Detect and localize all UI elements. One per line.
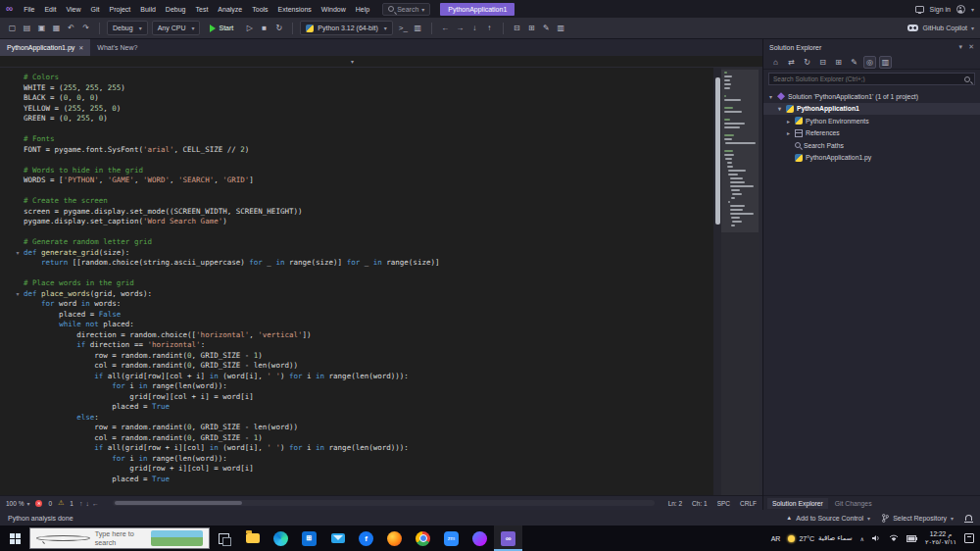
menu-tools[interactable]: Tools (247, 4, 272, 15)
terminal-icon[interactable]: >_ (397, 22, 410, 35)
home-icon[interactable]: ⌂ (769, 56, 782, 69)
step-out-icon[interactable]: ↑ (483, 22, 496, 35)
spaces-indicator[interactable]: SPC (717, 500, 730, 507)
chevron-down-icon[interactable]: ▾ (351, 58, 354, 65)
platform-dropdown[interactable]: Any CPU ▾ (152, 21, 201, 35)
menu-analyze[interactable]: Analyze (213, 4, 247, 15)
code-line[interactable]: col = random.randint(0, GRID_SIZE - 1) (12, 433, 713, 444)
new-file-icon[interactable]: ▢ (6, 22, 19, 35)
code-line[interactable]: direction = random.choice(['horizontal',… (12, 330, 713, 341)
warning-icon[interactable]: ⚠ (58, 499, 64, 507)
undo-icon[interactable]: ↶ (65, 22, 77, 35)
expander-icon[interactable]: ▾ (767, 93, 774, 100)
tool-tab-solution-explorer[interactable]: Solution Explorer (767, 498, 828, 509)
error-icon[interactable]: ✕ (35, 500, 42, 507)
solution-search-box[interactable] (768, 73, 975, 85)
speaker-icon[interactable] (872, 534, 881, 542)
taskbar-app-edge[interactable] (267, 526, 295, 551)
window-position-icon[interactable]: ▾ (959, 43, 963, 51)
open-file-icon[interactable]: ▤ (21, 22, 33, 35)
refresh-icon[interactable]: ↻ (801, 56, 813, 69)
action-center-icon[interactable] (964, 533, 974, 543)
properties-icon[interactable]: ✎ (848, 56, 860, 69)
code-line[interactable]: if all(grid[row][col + i] in (word[i], '… (12, 372, 713, 382)
taskbar-app-zoom[interactable]: zm (437, 526, 466, 551)
properties-icon[interactable]: ✎ (540, 22, 553, 35)
collapse-icon[interactable]: ⊟ (816, 56, 829, 69)
code-line[interactable]: grid[row][col + i] = word[i] (12, 392, 713, 403)
tree-item-pythonapplication1-py[interactable]: PythonApplication1.py (763, 152, 980, 165)
code-line[interactable]: pygame.display.set_caption('Word Search … (12, 217, 713, 227)
step-over-icon[interactable]: → (454, 22, 466, 35)
save-icon[interactable]: ▣ (35, 22, 48, 35)
notifications-bell-icon[interactable] (965, 515, 972, 521)
vertical-scrollbar[interactable] (713, 68, 721, 495)
column-indicator[interactable]: Ch: 1 (692, 500, 708, 507)
taskbar-app-visual-studio[interactable]: ∞ (494, 526, 522, 551)
save-all-icon[interactable]: ▦ (50, 22, 63, 35)
step-into-icon[interactable]: ↓ (468, 22, 481, 35)
code-line[interactable]: FONT = pygame.font.SysFont('arial', CELL… (12, 145, 713, 156)
code-line[interactable]: for i in range(len(word)): (12, 381, 713, 392)
menu-window[interactable]: Window (317, 4, 351, 15)
solution-search-input[interactable] (773, 75, 964, 82)
fold-chevron-icon[interactable]: ▾ (12, 248, 24, 259)
taskbar-app-facebook[interactable]: f (352, 526, 380, 551)
language-indicator[interactable]: AR (771, 535, 781, 542)
code-line[interactable]: # Words to hide in the grid (12, 166, 713, 176)
hidden-icons-chevron[interactable]: ∧ (860, 535, 864, 542)
code-line[interactable]: screen = pygame.display.set_mode((SCREEN… (12, 207, 713, 218)
collapse-icon[interactable]: ⊟ (511, 22, 523, 35)
menu-view[interactable]: View (61, 4, 85, 15)
code-line[interactable]: for word in words: (12, 299, 713, 310)
expander-icon[interactable]: ▸ (785, 118, 792, 125)
user-avatar-icon[interactable] (956, 5, 965, 14)
scrollbar-thumb[interactable] (115, 501, 242, 505)
start-outline-icon[interactable]: ▷ (243, 22, 256, 35)
expand-icon[interactable]: ⊞ (832, 56, 845, 69)
preview-icon[interactable]: ▥ (879, 56, 892, 69)
code-line[interactable]: else: (12, 413, 713, 424)
code-line[interactable]: BLACK = (0, 0, 0) (12, 93, 713, 104)
code-line[interactable]: # Place words in the grid (12, 278, 713, 289)
tree-item-python-environments[interactable]: ▸Python Environments (763, 115, 980, 127)
taskbar-app-firefox[interactable] (380, 526, 409, 551)
zoom-control[interactable]: 100 % ▾ (6, 500, 29, 507)
code-line[interactable]: WHITE = (255, 255, 255) (12, 83, 713, 94)
search-highlight-thumbnail[interactable] (151, 530, 203, 546)
taskbar-app-messenger[interactable] (466, 526, 494, 551)
code-line[interactable]: YELLOW = (255, 255, 0) (12, 104, 713, 115)
navigate-icons[interactable]: ↑↓← (79, 500, 99, 507)
switch-icon[interactable]: ⇄ (785, 56, 798, 69)
code-line[interactable]: if direction == 'horizontal': (12, 340, 713, 351)
code-area[interactable]: # ColorsWHITE = (255, 255, 255)BLACK = (… (12, 68, 713, 495)
code-line[interactable]: row = random.randint(0, GRID_SIZE - 1) (12, 351, 713, 362)
code-line[interactable]: placed = True (12, 402, 713, 413)
menu-debug[interactable]: Debug (161, 4, 191, 15)
code-line[interactable] (12, 125, 713, 135)
expander-icon[interactable]: ▾ (776, 105, 783, 112)
code-line[interactable]: row = random.randint(0, GRID_SIZE - len(… (12, 423, 713, 433)
menu-git[interactable]: Git (86, 4, 105, 15)
code-line[interactable]: for i in range(len(word)): (12, 454, 713, 465)
code-line[interactable]: GREEN = (0, 255, 0) (12, 114, 713, 125)
scrollbar-thumb[interactable] (715, 77, 720, 225)
close-icon[interactable]: ✕ (968, 43, 974, 51)
tool-tab-git-changes[interactable]: Git Changes (830, 498, 877, 509)
code-line[interactable]: WORDS = ['PYTHON', 'GAME', 'WORD', 'SEAR… (12, 175, 713, 186)
tab-pythonapplication1-py[interactable]: PythonApplication1.py✕ (0, 39, 90, 56)
tree-item-search-paths[interactable]: Search Paths (763, 139, 980, 152)
taskbar-app-store[interactable]: ⊞ (295, 526, 323, 551)
code-line[interactable]: if all(grid[row + i][col] in (word[i], '… (12, 443, 713, 454)
menu-build[interactable]: Build (135, 4, 161, 15)
start-button[interactable] (0, 526, 29, 551)
debug-target-dropdown[interactable]: Debug ▾ (107, 21, 148, 35)
menu-file[interactable]: File (19, 4, 39, 15)
taskbar-app-file-explorer[interactable] (238, 526, 267, 551)
global-search[interactable]: Search ▾ (382, 3, 430, 16)
navigation-bar[interactable]: ▾ (0, 56, 762, 68)
live-share-icon[interactable] (915, 6, 924, 13)
taskbar-search-box[interactable]: Type here to search (29, 527, 210, 549)
redo-icon[interactable]: ↷ (79, 22, 92, 35)
step-back-icon[interactable]: ← (439, 22, 452, 35)
